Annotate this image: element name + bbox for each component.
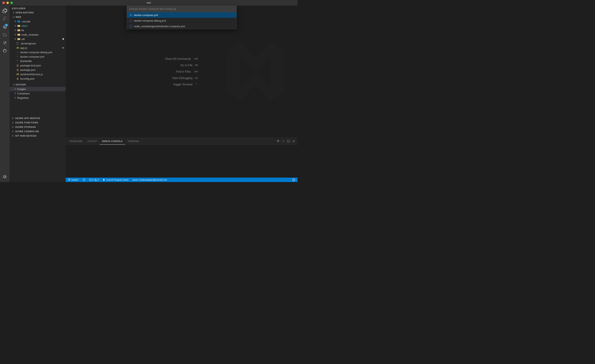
activity-extensions[interactable] xyxy=(1,39,8,46)
activity-search[interactable] xyxy=(1,15,8,22)
registries-label: Registries xyxy=(17,96,66,99)
panel-close-btn[interactable] xyxy=(291,139,296,143)
azure-app-arrow xyxy=(11,117,14,120)
svg-rect-14 xyxy=(130,25,132,28)
open-editors-label: OPEN EDITORS xyxy=(16,11,66,14)
tree-item-package-lock[interactable]: {} package-lock.json xyxy=(10,63,66,68)
containers-arrow xyxy=(14,92,17,95)
web-label: WEB xyxy=(16,16,66,18)
status-errors[interactable]: 0 0 xyxy=(88,178,100,182)
chevron-right-small-icon11 xyxy=(12,130,14,133)
activity-debug[interactable] xyxy=(1,31,8,38)
picker-item-2[interactable]: node_modules/gremlin/docker-compose.yml xyxy=(127,23,236,29)
files-icon xyxy=(3,9,7,13)
azure-storage-arrow xyxy=(11,126,14,129)
shortcut-key-4: ^` xyxy=(195,83,198,86)
chevron-right-small-icon8 xyxy=(12,117,14,119)
svg-rect-13 xyxy=(130,20,132,22)
maximize-button[interactable] xyxy=(10,2,13,4)
launch-label: Launch Program (web) xyxy=(106,179,128,181)
tree-item-node-modules[interactable]: node_modules xyxy=(10,32,66,37)
util-label: util xyxy=(21,38,62,41)
tree-item-appjs[interactable]: JS app.js M xyxy=(10,46,66,50)
azure-iot[interactable]: IOT HUB DEVICES xyxy=(10,133,66,138)
vscode-folder-arrow xyxy=(14,20,17,23)
panel-maximize-btn[interactable] xyxy=(286,139,291,143)
docker-containers[interactable]: Containers xyxy=(10,91,66,96)
chevron-right-small-icon10 xyxy=(12,126,14,128)
tree-item-client[interactable]: client xyxy=(10,24,66,28)
tree-item-lib[interactable]: lib xyxy=(10,28,66,32)
tree-item-tsconfig[interactable]: {} tsconfig.json xyxy=(10,77,66,81)
chevron-right-small-icon5 xyxy=(14,38,16,40)
azure-storage[interactable]: AZURE STORAGE xyxy=(10,125,66,129)
chevron-right-small-icon6 xyxy=(14,92,16,94)
docker-images[interactable]: Images xyxy=(10,87,66,91)
activity-explorer[interactable] xyxy=(1,7,8,14)
chevron-down-icon xyxy=(13,16,14,18)
picker-input[interactable] xyxy=(127,6,236,12)
status-feedback[interactable] xyxy=(291,178,296,181)
error-count: 0 xyxy=(92,179,94,181)
tab-problems[interactable]: PROBLEMS xyxy=(67,138,85,145)
close-button[interactable] xyxy=(2,2,5,4)
activity-git[interactable]: 14 xyxy=(1,23,8,30)
status-launch[interactable]: Launch Program (web) xyxy=(102,178,129,182)
tree-item-dockerignore[interactable]: .dockerignore xyxy=(10,41,66,46)
panel: PROBLEMS OUTPUT DEBUG CONSOLE TERMINAL xyxy=(66,138,298,178)
error-icon xyxy=(89,179,92,181)
tree-item-dockerfile[interactable]: Dockerfile xyxy=(10,59,66,63)
docker-debug-file-icon xyxy=(129,19,132,22)
panel-filter-btn[interactable] xyxy=(276,139,280,143)
panel-up-btn[interactable] xyxy=(281,139,285,143)
picker-item-0[interactable]: 🐳 docker-compose.yml xyxy=(127,12,236,18)
images-arrow xyxy=(14,87,17,91)
docker-debug-label: docker-compose.debug.yml xyxy=(20,51,66,54)
debug-icon xyxy=(3,33,7,37)
docker-registries[interactable]: Registries xyxy=(10,96,66,100)
docker-header[interactable]: DOCKER xyxy=(10,82,66,87)
azure-functions[interactable]: AZURE FUNCTIONS xyxy=(10,120,66,125)
folder-icon3 xyxy=(17,29,20,32)
tab-terminal[interactable]: TERMINAL xyxy=(125,138,142,145)
web-arrow xyxy=(12,15,15,19)
tree-item-docker-debug[interactable]: ! docker-compose.debug.yml xyxy=(10,50,66,54)
status-branch[interactable]: master* xyxy=(67,178,80,182)
picker-item-1[interactable]: docker-compose.debug.yml xyxy=(127,18,236,23)
activity-bar: 14 xyxy=(0,6,10,182)
git-branch-icon xyxy=(68,179,71,181)
status-azure[interactable]: Azure: bradymgaster@hotmail.com xyxy=(132,178,168,182)
docker-compose-icon xyxy=(16,55,19,58)
tree-item-util[interactable]: util xyxy=(10,37,66,41)
azure-sections: AZURE APP SERVICE AZURE FUNCTIONS AZURE … xyxy=(10,116,66,138)
tree-item-sentiment[interactable]: JS sentimentService.js xyxy=(10,72,66,77)
tree-item-package[interactable]: {} package.json xyxy=(10,68,66,72)
azure-cosmos[interactable]: AZURE COSMOS DB xyxy=(10,129,66,133)
svg-marker-21 xyxy=(103,179,105,181)
svg-point-23 xyxy=(293,179,293,180)
client-folder-icon xyxy=(17,24,21,28)
panel-content xyxy=(66,145,298,178)
minimize-button[interactable] xyxy=(7,2,9,4)
tree-item-vscode[interactable]: .vscode xyxy=(10,19,66,24)
web-root-header[interactable]: WEB xyxy=(10,15,66,19)
azure-app-service[interactable]: AZURE APP SERVICE xyxy=(10,116,66,120)
tab-problems-label: PROBLEMS xyxy=(70,140,83,142)
search-icon xyxy=(3,17,7,21)
svg-rect-10 xyxy=(17,42,18,45)
smiley-icon xyxy=(292,178,295,181)
tab-debug-console[interactable]: DEBUG CONSOLE xyxy=(100,138,125,145)
open-editors-header[interactable]: OPEN EDITORS xyxy=(10,10,66,15)
docker-section-label: DOCKER xyxy=(16,84,66,86)
open-editors-arrow xyxy=(12,11,15,14)
tree-item-docker-compose[interactable]: docker-compose.yml xyxy=(10,54,66,59)
tab-output[interactable]: OUTPUT xyxy=(85,138,100,145)
status-sync[interactable] xyxy=(82,178,86,182)
activity-bottom xyxy=(1,173,8,182)
activity-settings[interactable] xyxy=(1,173,8,180)
main-area: 🐳 docker-compose.yml docker-compose.debu… xyxy=(66,6,298,182)
docker-gremlin-icon-picker xyxy=(129,25,132,28)
activity-remote[interactable] xyxy=(1,47,8,54)
svg-rect-3 xyxy=(17,25,19,25)
sidebar: EXPLORER OPEN EDITORS WEB xyxy=(10,6,66,182)
